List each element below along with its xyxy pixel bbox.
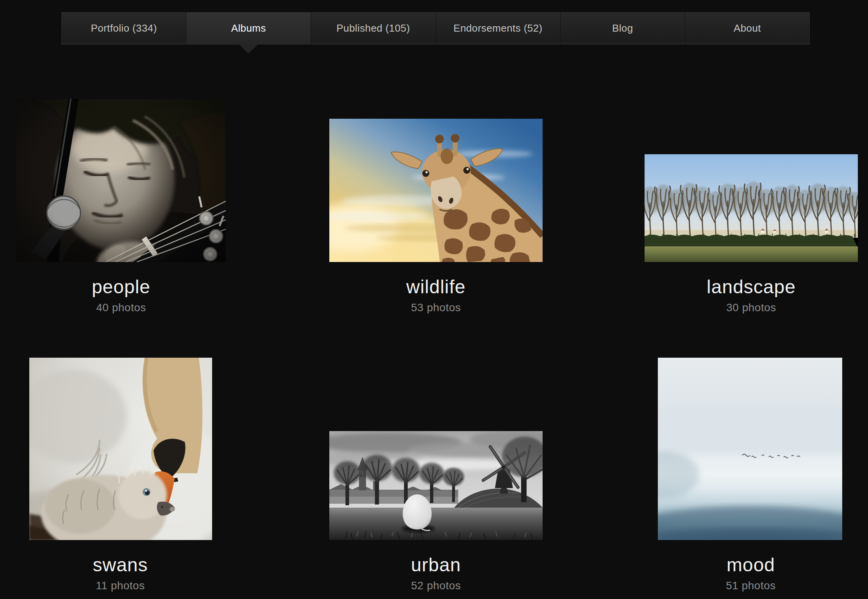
- people-photo-illustration: [16, 99, 226, 262]
- swans-photo-illustration: [29, 358, 212, 540]
- album-title[interactable]: swans: [0, 555, 257, 575]
- tab-about[interactable]: About: [685, 12, 809, 44]
- tab-label: Portfolio (334): [91, 22, 157, 34]
- album-thumbnail-people[interactable]: [16, 99, 226, 262]
- album-photo-count: 53 photos: [299, 301, 573, 314]
- album-caption: wildlife 53 photos: [299, 277, 573, 314]
- album-photo-count: 51 photos: [614, 579, 868, 592]
- urban-photo-illustration: [329, 431, 543, 540]
- album-caption: mood 51 photos: [614, 555, 868, 592]
- album-caption: landscape 30 photos: [614, 277, 868, 314]
- tab-portfolio[interactable]: Portfolio (334): [62, 12, 186, 44]
- album-thumbnail-wildlife[interactable]: [329, 119, 543, 262]
- album-photo-count: 30 photos: [614, 301, 868, 314]
- album-photo-count: 52 photos: [299, 579, 573, 592]
- album-title[interactable]: people: [0, 277, 258, 297]
- tab-label: Blog: [612, 22, 633, 34]
- albums-page: Portfolio (334) Albums Published (105) E…: [0, 0, 868, 599]
- tab-published[interactable]: Published (105): [311, 12, 436, 44]
- wildlife-photo-illustration: [329, 119, 543, 262]
- album-title[interactable]: wildlife: [299, 277, 573, 297]
- tab-label: Published (105): [336, 22, 410, 34]
- mood-photo-illustration: [658, 358, 842, 540]
- tab-label: About: [734, 22, 761, 34]
- album-caption: people 40 photos: [0, 277, 258, 314]
- profile-tab-bar: Portfolio (334) Albums Published (105) E…: [61, 12, 810, 45]
- album-thumbnail-swans[interactable]: [29, 358, 212, 540]
- album-caption: swans 11 photos: [0, 555, 257, 592]
- tab-label: Albums: [231, 22, 266, 34]
- album-thumbnail-urban[interactable]: [329, 431, 543, 540]
- album-title[interactable]: landscape: [614, 277, 868, 297]
- tab-endorsements[interactable]: Endorsements (52): [436, 12, 561, 44]
- active-tab-pointer-icon: [239, 44, 258, 53]
- tab-albums[interactable]: Albums: [186, 12, 311, 44]
- album-thumbnail-landscape[interactable]: [645, 154, 858, 262]
- album-photo-count: 40 photos: [0, 301, 258, 314]
- album-title[interactable]: urban: [299, 555, 573, 575]
- landscape-photo-illustration: [645, 154, 858, 262]
- tab-label: Endorsements (52): [454, 22, 543, 34]
- tab-blog[interactable]: Blog: [561, 12, 685, 44]
- album-caption: urban 52 photos: [299, 555, 573, 592]
- album-thumbnail-mood[interactable]: [658, 358, 842, 540]
- album-photo-count: 11 photos: [0, 579, 257, 592]
- album-title[interactable]: mood: [614, 555, 868, 575]
